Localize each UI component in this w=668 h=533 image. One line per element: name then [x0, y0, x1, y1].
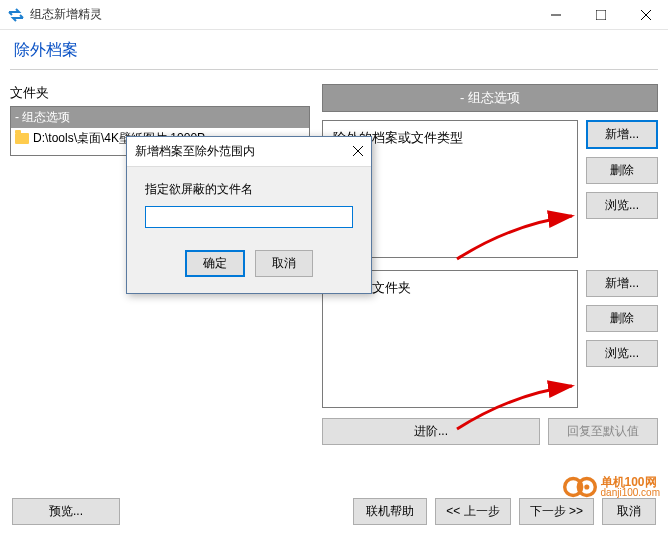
ok-button[interactable]: 确定 — [185, 250, 245, 277]
divider — [10, 69, 658, 70]
minimize-button[interactable] — [533, 0, 578, 29]
page-title: 除外档案 — [0, 30, 668, 69]
dialog-label: 指定欲屏蔽的文件名 — [145, 181, 353, 198]
section-header: - 组态选项 — [322, 84, 658, 112]
filename-input[interactable] — [145, 206, 353, 228]
add-file-button[interactable]: 新增... — [586, 120, 658, 149]
close-button[interactable] — [623, 0, 668, 29]
window-title: 组态新增精灵 — [30, 6, 533, 23]
preview-button[interactable]: 预览... — [12, 498, 120, 525]
reset-defaults-button[interactable]: 回复至默认值 — [548, 418, 658, 445]
advanced-button[interactable]: 进阶... — [322, 418, 540, 445]
app-icon — [8, 7, 24, 23]
add-folder-button[interactable]: 新增... — [586, 270, 658, 297]
browse-file-button[interactable]: 浏览... — [586, 192, 658, 219]
cancel-wizard-button[interactable]: 取消 — [602, 498, 656, 525]
add-exclude-dialog: 新增档案至除外范围内 指定欲屏蔽的文件名 确定 取消 — [126, 136, 372, 294]
browse-folder-button[interactable]: 浏览... — [586, 340, 658, 367]
watermark-line2: danji100.com — [601, 488, 660, 498]
watermark: 单机100网 danji100.com — [563, 475, 660, 499]
svg-rect-1 — [596, 10, 606, 20]
folder-label: 文件夹 — [10, 84, 310, 102]
wizard-footer: 预览... 联机帮助 << 上一步 下一步 >> 取消 — [0, 498, 668, 525]
delete-file-button[interactable]: 删除 — [586, 157, 658, 184]
prev-button[interactable]: << 上一步 — [435, 498, 510, 525]
dialog-title: 新增档案至除外范围内 — [135, 143, 255, 160]
svg-point-8 — [584, 484, 589, 489]
delete-folder-button[interactable]: 删除 — [586, 305, 658, 332]
cancel-button[interactable]: 取消 — [255, 250, 313, 277]
next-button[interactable]: 下一步 >> — [519, 498, 594, 525]
titlebar: 组态新增精灵 — [0, 0, 668, 30]
help-button[interactable]: 联机帮助 — [353, 498, 427, 525]
window-controls — [533, 0, 668, 29]
watermark-logo-icon — [563, 475, 597, 499]
dialog-close-icon[interactable] — [353, 145, 363, 159]
tree-item-selected[interactable]: - 组态选项 — [11, 107, 309, 128]
maximize-button[interactable] — [578, 0, 623, 29]
folder-icon — [15, 133, 29, 144]
